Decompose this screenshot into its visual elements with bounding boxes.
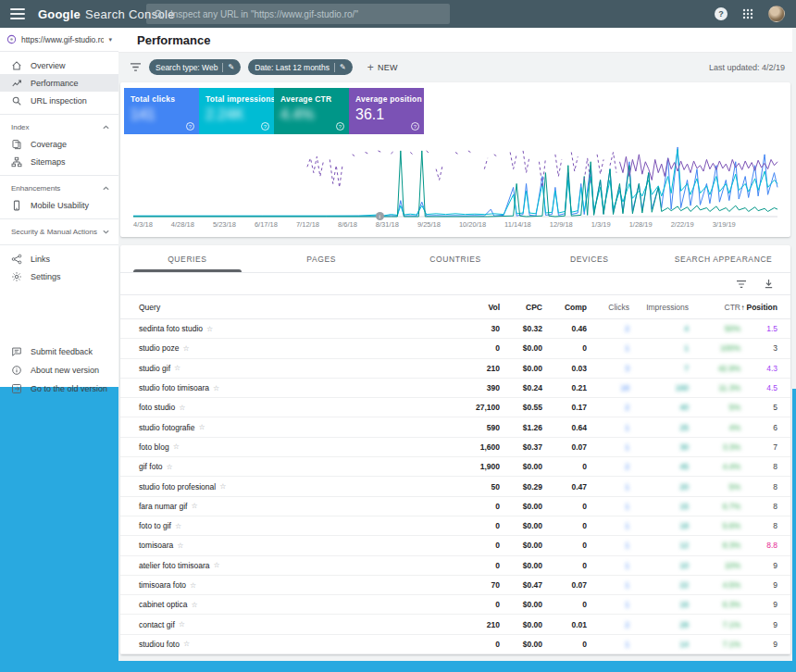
sidebar-item-label: About new version [31,366,99,375]
star-icon[interactable]: ☆ [167,463,173,471]
sidebar-item-performance[interactable]: Performance [0,74,118,92]
impressions-cell: 45 [629,462,689,471]
impressions-cell: 25 [629,423,689,432]
sidebar-item-submit-feedback[interactable]: Submit feedback [0,342,118,361]
filter-chip-date-range[interactable]: Date: Last 12 months ✎ [248,59,353,75]
tab-pages[interactable]: PAGES [255,245,389,272]
chart-annotation-marker[interactable]: i [376,212,384,220]
sidebar-section-index[interactable]: Index [0,119,118,135]
sidebar-item-links[interactable]: Links [0,250,118,268]
sidebar-item-go-to-the-old-version[interactable]: Go to the old version [0,380,118,398]
impressions-cell: 1 [629,343,689,353]
download-icon[interactable] [764,279,774,289]
table-row[interactable]: atelier foto timisoara☆0$0.00011010%9 [120,556,790,576]
star-icon[interactable]: ☆ [174,364,180,372]
property-selector[interactable]: https://www.gif-studio.ro/ ▾ [0,28,118,52]
axis-tick-label: 8/6/18 [338,220,357,229]
ctr-cell: 5% [689,482,740,492]
table-row[interactable]: studio foto profesional☆50$0.290.471205%… [120,477,790,496]
star-icon[interactable]: ☆ [179,404,185,412]
column-header-comp[interactable]: Comp [542,303,587,312]
clicks-cell: 1 [587,521,629,530]
table-filter-icon[interactable] [736,280,747,289]
metric-tile-total-clicks[interactable]: Total clicks141? [124,88,199,134]
sidebar-item-about-new-version[interactable]: About new version [0,361,118,380]
sidebar-item-settings[interactable]: Settings [0,268,118,285]
column-header-query[interactable]: Query [120,303,450,312]
volume-cell: 0 [450,640,500,649]
table-row[interactable]: foto to gif☆0$0.0001185.6%8 [120,516,790,536]
column-header-vol[interactable]: Vol [450,303,500,312]
table-header-row: Query Vol CPC Comp Clicks Impressions CT… [120,295,790,319]
query-text: studio fotografie [139,423,194,432]
column-header-clicks[interactable]: Clicks [587,303,629,312]
star-icon[interactable]: ☆ [179,620,185,628]
star-icon[interactable]: ☆ [219,482,226,491]
apps-grid-icon[interactable] [742,8,753,19]
star-icon[interactable]: ☆ [190,581,196,590]
filter-icon[interactable] [130,62,142,72]
table-row[interactable]: cabinet optica☆0$0.0001166.3%9 [120,595,790,615]
star-icon[interactable]: ☆ [173,442,180,451]
star-icon[interactable]: ☆ [182,344,189,353]
table-row[interactable]: tomisoara☆0$0.0001128.3%8.8 [120,536,790,555]
star-icon[interactable]: ☆ [198,423,205,431]
sidebar-section-enhancements[interactable]: Enhancements [0,180,118,196]
url-inspect-search-input[interactable]: Inspect any URL in "https://www.gif-stud… [146,4,450,24]
sidebar-item-overview[interactable]: Overview [0,56,118,74]
table-row[interactable]: studio fotografie☆590$1.260.641254%6 [120,417,790,437]
star-icon[interactable]: ☆ [191,601,197,609]
table-row[interactable]: timisoara foto☆70$0.470.071224.5%9 [120,576,790,595]
column-header-impressions[interactable]: Impressions [629,303,689,312]
metric-tile-total-impressions[interactable]: Total impressions2.24K? [199,88,274,134]
help-icon[interactable]: ? [715,7,728,20]
table-row[interactable]: studio foto timisoara☆390$0.240.21181601… [120,379,790,398]
star-icon[interactable]: ☆ [214,561,220,569]
dimension-tabs: QUERIESPAGESCOUNTRIESDEVICESSEARCH APPEA… [120,245,790,273]
star-icon[interactable]: ☆ [206,325,213,333]
new-filter-button[interactable]: + NEW [367,62,398,73]
query-cell: sedinta foto studio☆ [120,324,450,333]
table-row[interactable]: gif foto☆1,900$0.0002454.4%8 [120,457,790,477]
table-row[interactable]: sedinta foto studio☆30$0.320.462450%1.5 [120,319,790,339]
sidebar-item-url-inspection[interactable]: URL inspection [0,92,118,109]
table-row[interactable]: studio poze☆0$0.00011100%3 [120,339,790,358]
tab-search-appearance[interactable]: SEARCH APPEARANCE [656,245,790,272]
menu-icon[interactable] [10,8,25,19]
star-icon[interactable]: ☆ [177,541,183,550]
star-icon[interactable]: ☆ [191,502,197,510]
column-header-position[interactable]: ↑Position [740,303,790,312]
position-cell: 9 [740,620,790,629]
metric-tile-average-ctr[interactable]: Average CTR4.4%? [274,88,349,134]
table-row[interactable]: fara numar gif☆0$0.0001156.7%8 [120,497,790,516]
column-header-cpc[interactable]: CPC [500,303,542,312]
main-content: Performance Search type: Web ✎ Date: Las… [118,28,792,661]
sidebar-section-security-manual-actions[interactable]: Security & Manual Actions [0,224,118,240]
sidebar-item-sitemaps[interactable]: Sitemaps [0,153,118,170]
tab-queries[interactable]: QUERIES [120,245,255,272]
edit-pencil-icon[interactable]: ✎ [228,64,234,71]
table-row[interactable]: studio gif☆210$0.000.033742.9%4.3 [120,359,790,379]
star-icon[interactable]: ☆ [213,384,219,392]
clicks-cell: 1 [587,442,629,452]
metric-tile-average-position[interactable]: Average position36.1? [349,88,424,134]
query-text: foto studio [139,403,175,412]
sidebar-item-coverage[interactable]: Coverage [0,135,118,153]
edit-pencil-icon[interactable]: ✎ [340,64,346,71]
user-avatar[interactable] [768,6,785,22]
filter-chip-search-type[interactable]: Search type: Web ✎ [149,59,241,75]
star-icon[interactable]: ☆ [183,640,190,648]
tab-devices[interactable]: DEVICES [522,245,656,272]
column-header-ctr[interactable]: CTR [689,303,740,312]
exit-icon [11,383,22,394]
star-icon[interactable]: ☆ [175,522,181,530]
table-row[interactable]: foto blog☆1,600$0.370.071303.3%7 [120,438,790,457]
chart-canvas[interactable] [133,143,777,218]
table-row[interactable]: studiou foto☆0$0.0001147.1%9 [120,635,790,654]
table-row[interactable]: foto studio☆27,100$0.550.172405%5 [120,398,790,417]
volume-cell: 390 [450,383,500,392]
sidebar-item-mobile-usability[interactable]: Mobile Usability [0,196,118,214]
ctr-cell: 7.1% [689,620,740,629]
tab-countries[interactable]: COUNTRIES [389,245,523,272]
table-row[interactable]: contact gif☆210$0.000.012287.1%9 [120,615,790,634]
